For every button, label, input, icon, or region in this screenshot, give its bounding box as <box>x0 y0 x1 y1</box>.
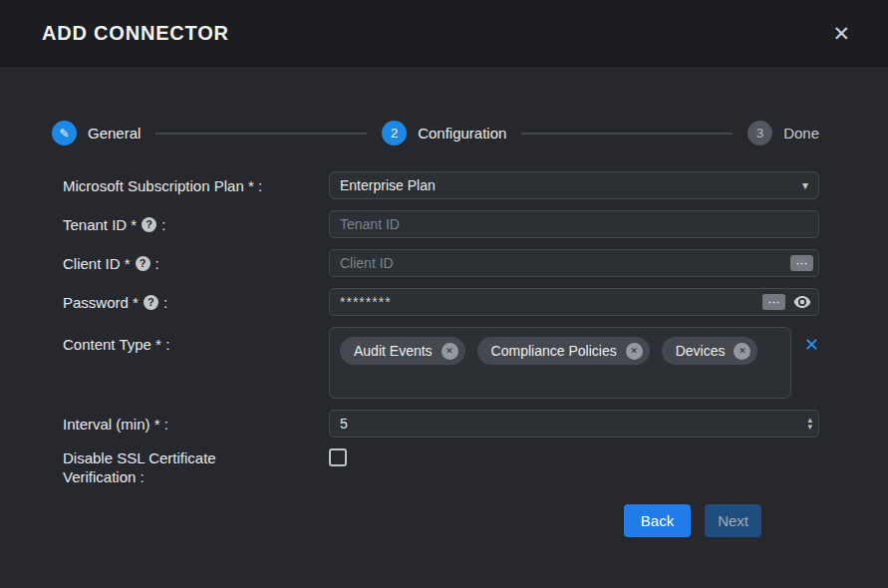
field-row-tenant-id: Tenant ID * ? : <box>63 210 819 238</box>
step-done-label: Done <box>783 125 819 142</box>
more-options-button[interactable]: ··· <box>790 255 813 271</box>
tenant-id-label: Tenant ID * ? : <box>63 216 329 233</box>
content-type-chip: Audit Events ✕ <box>340 337 465 365</box>
dialog-footer: Back Next <box>63 504 819 537</box>
chip-label: Devices <box>676 343 726 359</box>
step-done-circle: 3 <box>747 121 772 146</box>
step-configuration-circle: 2 <box>382 121 407 146</box>
step-done-number: 3 <box>756 126 763 141</box>
step-connector-line <box>521 133 733 135</box>
content-type-chip: Devices ✕ <box>662 337 758 365</box>
help-icon[interactable]: ? <box>142 217 156 232</box>
client-id-label: Client ID * ? : <box>63 255 329 272</box>
remove-chip-icon[interactable]: ✕ <box>442 343 458 360</box>
password-input[interactable] <box>329 288 819 316</box>
step-general[interactable]: ✎ General <box>52 121 141 146</box>
client-id-input[interactable] <box>329 249 819 277</box>
stepper: ✎ General 2 Configuration 3 Done <box>52 121 819 146</box>
subscription-plan-value: Enterprise Plan <box>340 177 436 193</box>
number-stepper[interactable]: ▴ ▾ <box>807 417 812 431</box>
back-button[interactable]: Back <box>624 504 691 537</box>
pencil-icon: ✎ <box>59 127 69 141</box>
connector-form: Microsoft Subscription Plan * : Enterpri… <box>0 171 888 537</box>
subscription-plan-select[interactable]: Enterprise Plan ▾ <box>329 171 819 199</box>
subscription-plan-label: Microsoft Subscription Plan * : <box>63 177 329 194</box>
next-button[interactable]: Next <box>705 504 761 537</box>
clear-all-icon[interactable]: ✕ <box>804 336 819 354</box>
help-icon[interactable]: ? <box>136 256 150 271</box>
dialog-title: ADD CONNECTOR <box>42 22 229 45</box>
step-general-circle: ✎ <box>52 121 77 146</box>
step-configuration-label: Configuration <box>418 125 506 142</box>
field-row-password: Password * ? : ··· <box>63 288 819 316</box>
step-general-label: General <box>88 125 141 142</box>
password-label: Password * ? : <box>63 294 329 311</box>
chip-label: Audit Events <box>354 343 433 359</box>
field-row-content-type: Content Type * : Audit Events ✕ Complian… <box>63 327 819 399</box>
chevron-down-icon: ▾ <box>802 179 808 191</box>
interval-input[interactable] <box>329 410 819 438</box>
field-row-ssl-verification: Disable SSL Certificate Verification : <box>63 448 819 486</box>
step-configuration[interactable]: 2 Configuration <box>382 121 506 146</box>
close-icon[interactable]: ✕ <box>832 23 850 44</box>
field-row-subscription-plan: Microsoft Subscription Plan * : Enterpri… <box>63 171 819 199</box>
ssl-verification-checkbox[interactable] <box>329 448 347 466</box>
content-type-chip: Compliance Policies ✕ <box>477 337 650 365</box>
remove-chip-icon[interactable]: ✕ <box>734 343 750 360</box>
content-type-label: Content Type * : <box>63 327 329 353</box>
content-type-chipbox[interactable]: Audit Events ✕ Compliance Policies ✕ Dev… <box>329 327 791 399</box>
field-row-interval: Interval (min) * : ▴ ▾ <box>63 410 819 438</box>
more-options-button[interactable]: ··· <box>762 294 785 310</box>
help-icon[interactable]: ? <box>144 295 158 310</box>
step-done: 3 Done <box>747 121 819 146</box>
dialog-header: ADD CONNECTOR ✕ <box>0 0 888 67</box>
tenant-id-input[interactable] <box>329 210 819 238</box>
field-row-client-id: Client ID * ? : ··· <box>63 249 819 277</box>
ssl-verification-label: Disable SSL Certificate Verification : <box>63 448 329 486</box>
add-connector-dialog: ADD CONNECTOR ✕ ✎ General 2 Configuratio… <box>0 0 888 588</box>
interval-label: Interval (min) * : <box>63 416 329 433</box>
stepper-down-icon[interactable]: ▾ <box>807 424 812 431</box>
remove-chip-icon[interactable]: ✕ <box>626 343 643 360</box>
chip-label: Compliance Policies <box>491 343 617 359</box>
step-connector-line <box>155 133 367 135</box>
eye-icon[interactable] <box>793 296 811 309</box>
step-configuration-number: 2 <box>391 126 398 141</box>
